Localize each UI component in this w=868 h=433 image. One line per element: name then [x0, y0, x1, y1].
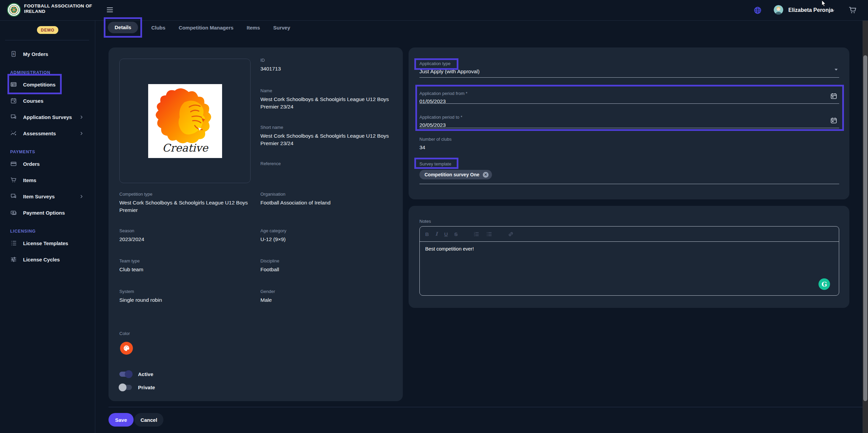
org-name: FOOTBALL ASSOCIATION OF IRELAND [24, 3, 92, 14]
field-label: Organisation [260, 192, 392, 197]
sidebar-item-label: My Orders [23, 51, 48, 57]
period-to-underline [419, 128, 839, 128]
field-label: Short name [260, 125, 392, 130]
cart-icon[interactable] [848, 6, 857, 15]
sidebar-item-assessments[interactable]: Assessments [0, 125, 95, 141]
sidebar-item-payment-options[interactable]: Payment Options [0, 204, 95, 221]
globe-icon[interactable] [754, 6, 762, 14]
field-name: Name West Cork Schoolboys & Schoolgirls … [260, 88, 392, 111]
bold-button[interactable]: B [425, 231, 429, 237]
link-button[interactable] [508, 231, 514, 237]
banknote-icon [10, 209, 17, 216]
sidebar-nav: $ My Orders ADMINISTRATION Competitions [0, 46, 95, 268]
field-value: Male [260, 296, 392, 304]
tab-items[interactable]: Items [247, 25, 260, 31]
tab-details[interactable]: Details [108, 22, 138, 33]
details-card: Creative ID 3401713 Name West Cork Schoo… [108, 47, 403, 401]
sidebar-section-administration: ADMINISTRATION [10, 70, 95, 75]
field-value: 3401713 [260, 65, 392, 73]
active-toggle[interactable] [119, 372, 132, 377]
calendar-icon[interactable] [830, 92, 837, 100]
notes-content[interactable]: Best competition ever! [425, 246, 474, 252]
field-team-type: Team type Club team [119, 258, 251, 273]
tab-competition-managers[interactable]: Competition Managers [179, 25, 234, 31]
palette-icon [123, 345, 130, 352]
sidebar-item-item-surveys[interactable]: Item Surveys [0, 188, 95, 204]
sidebar-item-label: Competitions [23, 82, 56, 87]
field-value: Single round robin [119, 296, 251, 304]
survey-template-chip[interactable]: Competition survey One ✕ [419, 170, 492, 179]
receipt-icon: $ [10, 51, 17, 57]
strikethrough-button[interactable]: S [454, 231, 458, 237]
list-icon [10, 240, 17, 247]
field-label: Team type [119, 258, 251, 263]
chevron-down-icon[interactable] [829, 8, 835, 14]
chip-label: Competition survey One [425, 172, 479, 177]
field-value: West Cork Schoolboys & Schoolgirls Leagu… [119, 199, 251, 214]
competition-logo-image: Creative [148, 84, 222, 158]
application-type-label: Application type [419, 61, 451, 66]
field-label: Gender [260, 289, 392, 294]
survey-template-label: Survey template [419, 161, 451, 166]
competition-logo-frame[interactable]: Creative [119, 59, 251, 183]
sidebar: DEMO $ My Orders ADMINISTRATION [0, 21, 95, 433]
period-to-value[interactable]: 20/05/2023 [419, 122, 446, 128]
competition-tabs: Details Clubs Competition Managers Items… [108, 22, 290, 33]
field-value: West Cork Schoolboys & Schoolgirls Leagu… [260, 96, 392, 111]
annotation-highlight-application-period [415, 85, 844, 131]
sidebar-item-label: Items [23, 177, 36, 183]
sidebar-item-items[interactable]: Items [0, 172, 95, 188]
field-id: ID 3401713 [260, 58, 392, 73]
avatar[interactable] [774, 5, 783, 15]
notes-editor[interactable]: B I U S 1 2 3 [419, 226, 839, 296]
sidebar-item-license-cycles[interactable]: License Cycles [0, 251, 95, 268]
field-short-name: Short name West Cork Schoolboys & School… [260, 125, 392, 147]
italic-button[interactable]: I [435, 231, 438, 237]
credit-card-icon [10, 160, 17, 167]
number-of-clubs-value: 34 [419, 144, 425, 151]
sidebar-item-label: Orders [23, 161, 40, 167]
svg-text:3: 3 [474, 235, 475, 237]
sidebar-item-my-orders[interactable]: $ My Orders [0, 46, 95, 62]
cart-icon [10, 177, 17, 183]
private-toggle-row: Private [119, 382, 155, 392]
private-toggle[interactable] [119, 385, 132, 390]
color-picker-button[interactable] [120, 342, 133, 355]
underline-button[interactable]: U [444, 231, 448, 237]
sidebar-item-license-templates[interactable]: License Templates [0, 235, 95, 251]
application-type-underline [419, 77, 839, 78]
sidebar-item-application-surveys[interactable]: Application Surveys [0, 109, 95, 125]
field-value: Football [260, 266, 392, 273]
scrollbar-thumb[interactable] [863, 55, 867, 401]
sidebar-item-orders[interactable]: Orders [0, 156, 95, 172]
sidebar-item-competitions[interactable]: Competitions [0, 76, 95, 93]
scrollbar-track[interactable] [863, 21, 868, 433]
field-competition-type: Competition type West Cork Schoolboys & … [119, 192, 251, 214]
sidebar-item-label: Courses [23, 98, 43, 104]
application-type-value[interactable]: Just Apply (with Approval) [419, 68, 479, 75]
tab-clubs[interactable]: Clubs [151, 25, 165, 31]
sidebar-section-licensing: LICENSING [10, 229, 95, 234]
chip-remove-icon[interactable]: ✕ [483, 172, 489, 178]
save-button[interactable]: Save [108, 413, 134, 427]
bullet-list-button[interactable] [486, 231, 492, 237]
calendar-icon[interactable] [830, 117, 837, 124]
chat-icon [10, 193, 17, 200]
ordered-list-button[interactable]: 1 2 3 [473, 231, 479, 237]
field-value: U-12 (9×9) [260, 236, 392, 243]
svg-text:$: $ [13, 52, 15, 56]
field-value: 2023/2024 [119, 236, 251, 243]
menu-toggle-icon[interactable] [107, 7, 113, 13]
sidebar-divider [5, 40, 89, 40]
tab-survey[interactable]: Survey [273, 25, 290, 31]
dropdown-arrow-icon[interactable] [833, 66, 839, 73]
toolbar-divider [420, 241, 839, 242]
field-organisation: Organisation Football Association of Ire… [260, 192, 392, 206]
active-toggle-row: Active [119, 369, 153, 379]
chevron-right-icon [79, 194, 84, 199]
sidebar-item-courses[interactable]: Courses [0, 93, 95, 109]
field-value: West Cork Schoolboys & Schoolgirls Leagu… [260, 132, 392, 147]
field-label: Season [119, 228, 251, 233]
cancel-button[interactable]: Cancel [134, 413, 163, 427]
grammarly-icon[interactable]: G [818, 278, 830, 290]
